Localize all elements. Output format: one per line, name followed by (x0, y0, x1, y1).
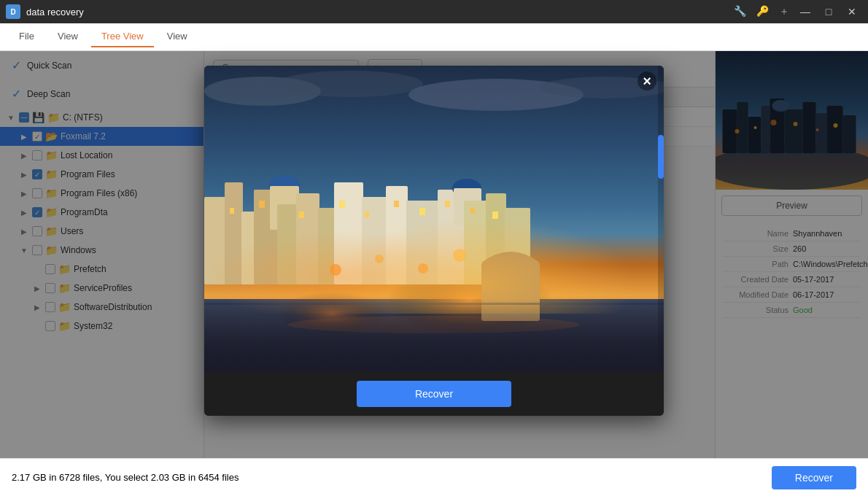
main-layout: ✓ Quick Scan ✓ Deep Scan ▼ — 💾 📁 C: (NTF… (0, 51, 868, 458)
santorini-image (204, 66, 664, 372)
svg-rect-53 (419, 208, 425, 215)
svg-rect-40 (438, 190, 465, 284)
close-button[interactable]: ✕ (842, 1, 862, 22)
svg-point-57 (330, 264, 341, 276)
svg-rect-56 (492, 212, 498, 219)
modal-footer: Recover (204, 372, 664, 416)
menubar: File View Tree View View (0, 23, 868, 51)
svg-rect-52 (394, 201, 399, 207)
titlebar-left: D data recovery (6, 4, 84, 19)
main-recover-button[interactable]: Recover (772, 466, 856, 489)
svg-rect-32 (270, 186, 299, 230)
tools-icon[interactable]: 🔧 (731, 4, 749, 20)
svg-rect-46 (481, 263, 540, 321)
svg-rect-39 (406, 201, 439, 284)
svg-rect-30 (254, 190, 279, 284)
modal-recover-button[interactable]: Recover (357, 381, 511, 407)
minimize-button[interactable]: — (795, 1, 815, 22)
svg-point-60 (453, 249, 466, 262)
svg-rect-43 (464, 201, 487, 284)
svg-point-31 (268, 176, 301, 196)
svg-point-22 (255, 248, 474, 336)
svg-rect-51 (365, 212, 369, 217)
svg-rect-55 (470, 208, 475, 214)
svg-rect-63 (658, 66, 664, 372)
svg-point-24 (277, 71, 423, 97)
svg-rect-61 (204, 303, 664, 305)
menu-file[interactable]: File (9, 26, 44, 47)
modal-image (204, 66, 664, 372)
image-preview-modal: × (204, 66, 664, 416)
svg-rect-19 (204, 66, 664, 372)
svg-rect-54 (445, 201, 450, 207)
svg-point-41 (452, 179, 481, 198)
key-icon[interactable]: 🔑 (753, 4, 772, 20)
titlebar: D data recovery 🔧 🔑 ＋ — □ ✕ (0, 0, 868, 23)
svg-point-59 (418, 263, 428, 274)
svg-rect-36 (334, 182, 363, 284)
app-title: data recovery (26, 7, 84, 18)
svg-rect-37 (362, 197, 387, 284)
app-logo: D (6, 4, 20, 19)
tab-view[interactable]: View (157, 26, 198, 47)
plus-icon[interactable]: ＋ (776, 4, 792, 20)
svg-rect-49 (299, 212, 304, 218)
svg-rect-50 (339, 201, 345, 208)
svg-rect-28 (225, 182, 243, 284)
svg-rect-34 (296, 193, 319, 284)
svg-rect-64 (658, 135, 664, 179)
svg-rect-44 (486, 193, 506, 284)
svg-rect-20 (204, 299, 664, 372)
svg-rect-45 (505, 208, 530, 284)
modal-close-button[interactable]: × (638, 71, 656, 90)
bottom-bar: 2.17 GB in 6728 files, You select 2.03 G… (0, 458, 868, 496)
titlebar-icons: 🔧 🔑 ＋ (731, 4, 792, 20)
svg-rect-33 (277, 204, 298, 284)
status-text: 2.17 GB in 6728 files, You select 2.03 G… (12, 472, 239, 483)
svg-rect-47 (230, 208, 234, 214)
svg-rect-38 (386, 186, 408, 284)
svg-rect-35 (318, 208, 336, 284)
svg-point-21 (317, 219, 594, 336)
tab-tree-view[interactable]: Tree View (91, 26, 154, 47)
svg-point-58 (375, 255, 384, 263)
titlebar-right: 🔧 🔑 ＋ — □ ✕ (731, 1, 862, 22)
menu-view[interactable]: View (47, 26, 88, 47)
maximize-button[interactable]: □ (818, 1, 839, 22)
svg-rect-42 (454, 188, 481, 225)
menu-tabs: File View Tree View View (9, 26, 198, 47)
svg-point-62 (288, 316, 580, 333)
svg-rect-48 (259, 201, 265, 208)
svg-rect-29 (241, 212, 256, 284)
modal-overlay: × (0, 51, 868, 458)
svg-rect-27 (204, 197, 226, 284)
